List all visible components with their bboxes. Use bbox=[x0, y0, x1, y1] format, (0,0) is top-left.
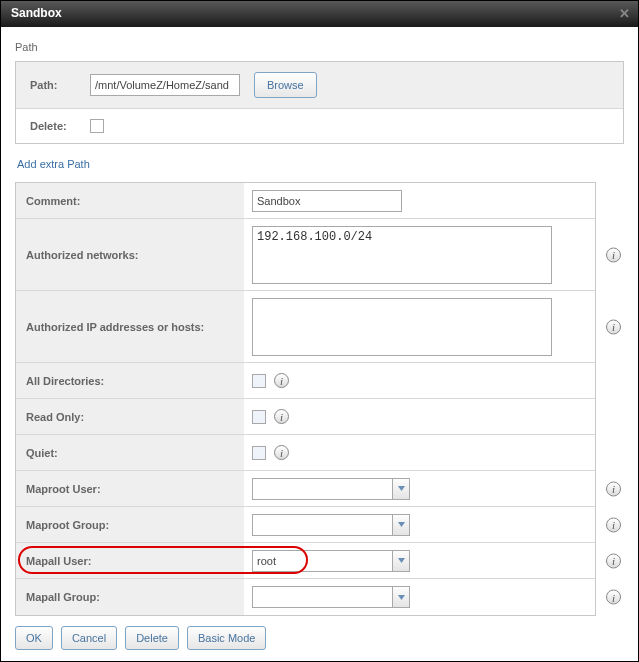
mapall-user-combo[interactable] bbox=[252, 550, 410, 572]
path-heading: Path bbox=[15, 39, 624, 55]
mapall-user-input[interactable] bbox=[252, 550, 392, 572]
info-icon[interactable]: i bbox=[274, 373, 289, 388]
chevron-down-icon[interactable] bbox=[392, 550, 410, 572]
info-icon[interactable]: i bbox=[606, 517, 621, 532]
read-only-checkbox[interactable] bbox=[252, 410, 266, 424]
label-maproot-group: Maproot Group: bbox=[16, 507, 244, 542]
cancel-button[interactable]: Cancel bbox=[61, 626, 117, 650]
path-label: Path: bbox=[30, 79, 90, 91]
label-read-only: Read Only: bbox=[16, 399, 244, 434]
form-table: Comment: Authorized networks: i Authoriz… bbox=[15, 182, 596, 616]
mapall-group-input[interactable] bbox=[252, 586, 392, 608]
maproot-user-combo[interactable] bbox=[252, 478, 410, 500]
quiet-checkbox[interactable] bbox=[252, 446, 266, 460]
info-icon[interactable]: i bbox=[606, 590, 621, 605]
row-read-only: Read Only: i bbox=[16, 399, 595, 435]
comment-input[interactable] bbox=[252, 190, 402, 212]
row-auth-networks: Authorized networks: i bbox=[16, 219, 595, 291]
row-maproot-user: Maproot User: i bbox=[16, 471, 595, 507]
row-quiet: Quiet: i bbox=[16, 435, 595, 471]
path-box: Path: Browse Delete: bbox=[15, 61, 624, 144]
delete-row: Delete: bbox=[16, 109, 623, 143]
basic-mode-button[interactable]: Basic Mode bbox=[187, 626, 266, 650]
label-maproot-user: Maproot User: bbox=[16, 471, 244, 506]
auth-networks-textarea[interactable] bbox=[252, 226, 552, 284]
browse-button[interactable]: Browse bbox=[254, 72, 317, 98]
path-input[interactable] bbox=[90, 74, 240, 96]
row-mapall-user: Mapall User: i bbox=[16, 543, 595, 579]
close-icon[interactable]: ✕ bbox=[619, 6, 630, 21]
path-row: Path: Browse bbox=[16, 62, 623, 109]
window-title: Sandbox bbox=[11, 6, 62, 20]
maproot-group-combo[interactable] bbox=[252, 514, 410, 536]
info-icon[interactable]: i bbox=[606, 247, 621, 262]
chevron-down-icon[interactable] bbox=[392, 514, 410, 536]
row-comment: Comment: bbox=[16, 183, 595, 219]
label-mapall-group: Mapall Group: bbox=[16, 579, 244, 615]
label-comment: Comment: bbox=[16, 183, 244, 218]
form-wrap: Comment: Authorized networks: i Authoriz… bbox=[15, 182, 596, 616]
button-bar: OK Cancel Delete Basic Mode bbox=[15, 626, 624, 650]
titlebar: Sandbox ✕ bbox=[1, 1, 638, 27]
mapall-group-combo[interactable] bbox=[252, 586, 410, 608]
info-icon[interactable]: i bbox=[606, 481, 621, 496]
delete-checkbox[interactable] bbox=[90, 119, 104, 133]
row-all-directories: All Directories: i bbox=[16, 363, 595, 399]
info-icon[interactable]: i bbox=[274, 409, 289, 424]
label-quiet: Quiet: bbox=[16, 435, 244, 470]
label-auth-hosts: Authorized IP addresses or hosts: bbox=[16, 291, 244, 362]
info-icon[interactable]: i bbox=[274, 445, 289, 460]
chevron-down-icon[interactable] bbox=[392, 478, 410, 500]
chevron-down-icon[interactable] bbox=[392, 586, 410, 608]
row-maproot-group: Maproot Group: i bbox=[16, 507, 595, 543]
all-directories-checkbox[interactable] bbox=[252, 374, 266, 388]
info-icon[interactable]: i bbox=[606, 319, 621, 334]
dialog-content: Path Path: Browse Delete: Add extra Path… bbox=[1, 27, 638, 662]
auth-hosts-textarea[interactable] bbox=[252, 298, 552, 356]
maproot-user-input[interactable] bbox=[252, 478, 392, 500]
delete-label: Delete: bbox=[30, 120, 90, 132]
label-all-directories: All Directories: bbox=[16, 363, 244, 398]
info-icon[interactable]: i bbox=[606, 553, 621, 568]
label-mapall-user: Mapall User: bbox=[16, 543, 244, 578]
row-auth-hosts: Authorized IP addresses or hosts: i bbox=[16, 291, 595, 363]
ok-button[interactable]: OK bbox=[15, 626, 53, 650]
add-extra-path-link[interactable]: Add extra Path bbox=[15, 152, 624, 182]
maproot-group-input[interactable] bbox=[252, 514, 392, 536]
label-auth-networks: Authorized networks: bbox=[16, 219, 244, 290]
row-mapall-group: Mapall Group: i bbox=[16, 579, 595, 615]
dialog-window: Sandbox ✕ Path Path: Browse Delete: Add … bbox=[0, 0, 639, 662]
delete-button[interactable]: Delete bbox=[125, 626, 179, 650]
